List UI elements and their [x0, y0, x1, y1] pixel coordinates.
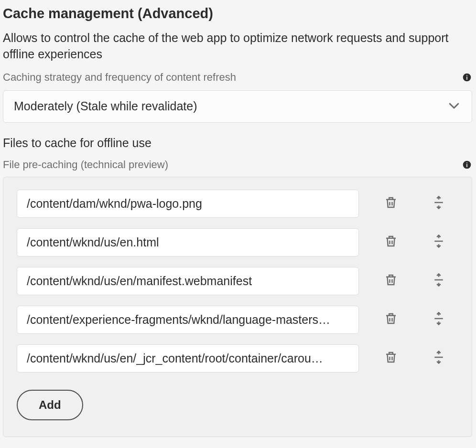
trash-icon: [384, 234, 398, 250]
file-row: /content/dam/wknd/pwa-logo.png: [17, 190, 458, 218]
reorder-handle[interactable]: [427, 273, 451, 289]
trash-icon: [384, 195, 398, 212]
file-row: /content/wknd/us/en/_jcr_content/root/co…: [17, 344, 458, 373]
info-icon[interactable]: [462, 73, 472, 82]
reorder-handle[interactable]: [427, 195, 451, 212]
section-description: Allows to control the cache of the web a…: [3, 30, 472, 63]
strategy-select[interactable]: Moderately (Stale while revalidate): [3, 90, 472, 123]
info-icon[interactable]: [462, 160, 472, 170]
delete-button[interactable]: [379, 311, 403, 328]
delete-button[interactable]: [379, 273, 403, 289]
delete-button[interactable]: [379, 350, 403, 366]
file-row: /content/wknd/us/en/manifest.webmanifest: [17, 267, 458, 295]
svg-rect-1: [466, 76, 467, 80]
svg-rect-2: [466, 75, 467, 76]
precache-file-list: /content/dam/wknd/pwa-logo.png /content/…: [3, 177, 472, 437]
file-path-input[interactable]: /content/dam/wknd/pwa-logo.png: [17, 190, 359, 218]
file-row: /content/experience-fragments/wknd/langu…: [17, 306, 458, 334]
trash-icon: [384, 350, 398, 366]
precache-title: Files to cache for offline use: [3, 136, 472, 150]
precache-label: File pre-caching (technical preview): [3, 159, 168, 171]
svg-rect-4: [466, 164, 467, 167]
file-row: /content/wknd/us/en.html: [17, 228, 458, 256]
delete-button[interactable]: [379, 234, 403, 250]
strategy-value: Moderately (Stale while revalidate): [14, 99, 197, 113]
strategy-label: Caching strategy and frequency of conten…: [3, 71, 236, 84]
svg-rect-5: [466, 162, 467, 163]
file-path-input[interactable]: /content/experience-fragments/wknd/langu…: [17, 306, 359, 334]
file-path-input[interactable]: /content/wknd/us/en/_jcr_content/root/co…: [17, 344, 359, 373]
file-path-input[interactable]: /content/wknd/us/en/manifest.webmanifest: [17, 267, 359, 295]
reorder-icon: [432, 234, 446, 250]
reorder-icon: [432, 350, 446, 366]
trash-icon: [384, 311, 398, 328]
reorder-icon: [432, 311, 446, 328]
reorder-handle[interactable]: [427, 311, 451, 328]
reorder-handle[interactable]: [427, 350, 451, 366]
reorder-handle[interactable]: [427, 234, 451, 250]
chevron-down-icon: [447, 98, 461, 115]
reorder-icon: [432, 195, 446, 212]
add-button[interactable]: Add: [17, 390, 83, 420]
trash-icon: [384, 273, 398, 289]
reorder-icon: [432, 273, 446, 289]
delete-button[interactable]: [379, 195, 403, 212]
section-title: Cache management (Advanced): [3, 6, 472, 21]
file-path-input[interactable]: /content/wknd/us/en.html: [17, 228, 359, 256]
